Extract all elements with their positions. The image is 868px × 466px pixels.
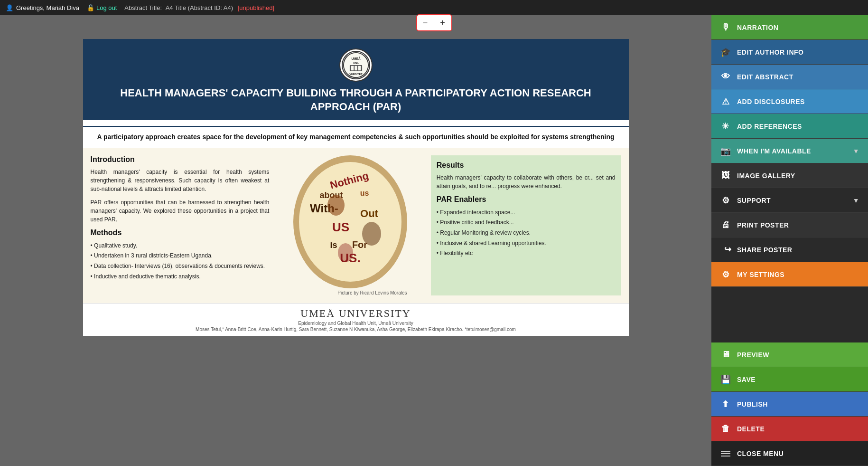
sidebar-item-label: WHEN I'M AVAILABLE [737, 147, 811, 155]
sidebar-item-label: CLOSE MENU [737, 450, 784, 457]
chevron-down-icon: ▼ [853, 147, 859, 155]
university-name: UMEÅ UNIVERSITY [87, 307, 625, 320]
zoom-in-button[interactable]: + [434, 15, 451, 30]
methods-title: Methods [91, 228, 270, 237]
poster-footer: UMEÅ UNIVERSITY Epidemiology and Global … [83, 303, 629, 336]
methods-list: Qualitative study. Undertaken in 3 rural… [91, 241, 270, 282]
zoom-out-button[interactable]: − [417, 15, 434, 30]
support-icon: ⚙ [720, 195, 731, 206]
svg-text:UMEÅ: UMEÅ [351, 57, 360, 60]
sidebar-item-delete[interactable]: 🗑 DELETE [711, 417, 868, 441]
intro-p2: PAR offers opportunities that can be har… [91, 198, 270, 224]
narration-icon: 🎙 [720, 22, 731, 33]
poster-col-right: Results Health managers' capacity to col… [431, 155, 621, 295]
sidebar-item-narration[interactable]: 🎙 NARRATION [711, 15, 868, 40]
sidebar-item-my-settings[interactable]: ⚙ MY SETTINGS [711, 262, 868, 287]
my-settings-icon: ⚙ [720, 269, 731, 280]
print-poster-icon: 🖨 [720, 219, 731, 231]
list-item: Data collection- Interviews (16), observ… [91, 261, 270, 272]
hamburger-icon [720, 448, 731, 459]
sidebar-item-label: PRINT POSTER [737, 221, 789, 229]
user-greeting: Greetings, Mariah Diva [16, 4, 79, 11]
add-references-icon: ✳ [720, 121, 731, 132]
sidebar-item-close-menu[interactable]: CLOSE MENU [711, 441, 868, 466]
poster: UMEÅ UNI- VERSITET HEALTH MANAGERS' CAPA… [83, 39, 629, 336]
results-text: Health managers' capacity to collaborate… [437, 173, 616, 190]
poster-logo: UMEÅ UNI- VERSITET [339, 48, 373, 82]
sidebar-item-publish[interactable]: ⬆ PUBLISH [711, 392, 868, 417]
intro-p1: Health managers' capacity is essential f… [91, 168, 270, 193]
sidebar-item-save[interactable]: 💾 SAVE [711, 367, 868, 392]
sidebar-item-label: SUPPORT [737, 197, 771, 204]
sidebar-item-preview[interactable]: 🖥 PREVIEW [711, 342, 868, 367]
svg-text:UNI-: UNI- [353, 62, 359, 65]
sidebar-item-label: PREVIEW [737, 351, 769, 359]
sidebar-item-edit-author-info[interactable]: 🎓 EDIT AUTHOR INFO [711, 40, 868, 65]
publish-icon: ⬆ [720, 399, 731, 410]
when-available-icon: 📷 [720, 145, 731, 157]
poster-image-caption: Picture by Ricard Levins Morales [293, 290, 407, 295]
edit-author-icon: 🎓 [720, 47, 731, 58]
par-title: PAR Enablers [437, 195, 616, 204]
list-item: Regular Monitoring & review cycles. [437, 228, 616, 238]
poster-subtitle: A participatory approach creates space f… [83, 126, 629, 148]
sidebar-item-label: PUBLISH [737, 400, 768, 408]
poster-col-center: Nothing about us With- Out US is For US. [277, 155, 423, 295]
sidebar-item-label: NARRATION [737, 24, 778, 31]
svg-text:is: is [330, 240, 337, 250]
sidebar-item-edit-abstract[interactable]: 👁 EDIT ABSTRACT [711, 65, 868, 89]
list-item: Undertaken in 3 rural districts-Eastern … [91, 251, 270, 261]
sidebar-item-label: IMAGE GALLERY [737, 172, 795, 180]
footer-dept: Epidemiology and Global Health Unit, Ume… [87, 321, 625, 326]
sidebar-item-label: EDIT AUTHOR INFO [737, 48, 803, 56]
logo-text: UMEÅ UNI- VERSITET [342, 51, 370, 79]
poster-title: HEALTH MANAGERS' CAPACITY BUILDING THROU… [93, 86, 619, 114]
share-poster-icon: ↩ [720, 244, 731, 256]
sidebar-spacer [711, 287, 868, 342]
sidebar-item-label: ADD REFERENCES [737, 123, 802, 130]
poster-body: Introduction Health managers' capacity i… [83, 148, 629, 303]
poster-image: Nothing about us With- Out US is For US. [293, 155, 407, 288]
svg-text:US: US [332, 220, 349, 234]
add-disclosures-icon: ⚠ [720, 96, 731, 107]
unpublished-badge: [unpublished] [238, 4, 274, 11]
preview-icon: 🖥 [720, 349, 731, 361]
svg-point-18 [327, 195, 345, 216]
svg-point-19 [362, 222, 381, 246]
sidebar-item-image-gallery[interactable]: 🖼 IMAGE GALLERY [711, 163, 868, 188]
svg-rect-4 [351, 66, 354, 70]
svg-rect-5 [355, 66, 357, 70]
sidebar-item-add-disclosures[interactable]: ⚠ ADD DISCLOSURES [711, 89, 868, 114]
sidebar-item-label: SHARE POSTER [737, 246, 792, 254]
svg-point-20 [338, 243, 353, 262]
sidebar-item-when-available[interactable]: 📷 WHEN I'M AVAILABLE ▼ [711, 139, 868, 163]
chevron-down-icon: ▼ [853, 197, 859, 204]
main-layout: UMEÅ UNI- VERSITET HEALTH MANAGERS' CAPA… [0, 15, 868, 466]
intro-title: Introduction [91, 155, 270, 164]
sidebar-item-share-poster[interactable]: ↩ SHARE POSTER [711, 238, 868, 262]
sidebar: 🎙 NARRATION 🎓 EDIT AUTHOR INFO 👁 EDIT AB… [711, 15, 868, 466]
save-icon: 💾 [720, 374, 731, 385]
sidebar-item-support[interactable]: ⚙ SUPPORT ▼ [711, 188, 868, 213]
list-item: Expanded interaction space... [437, 208, 616, 218]
svg-text:Out: Out [360, 208, 379, 219]
logout-icon: 🔓 [87, 4, 94, 11]
user-info: 👤 Greetings, Mariah Diva [6, 4, 79, 11]
results-title: Results [437, 161, 616, 170]
list-item: Qualitative study. [91, 241, 270, 251]
logout-button[interactable]: 🔓 Log out [87, 4, 117, 11]
svg-rect-6 [358, 66, 361, 70]
sidebar-item-add-references[interactable]: ✳ ADD REFERENCES [711, 114, 868, 139]
footer-authors: Moses Tetui,* Anna-Britt Coe, Anna-Karin… [87, 327, 625, 332]
zoom-controls[interactable]: − + [416, 14, 452, 31]
content-area: UMEÅ UNI- VERSITET HEALTH MANAGERS' CAPA… [0, 15, 711, 466]
list-item: Inclusive & shared Learning opportunitie… [437, 238, 616, 249]
svg-text:VERSITET: VERSITET [349, 73, 363, 76]
user-icon: 👤 [6, 4, 13, 11]
sidebar-item-print-poster[interactable]: 🖨 PRINT POSTER [711, 213, 868, 238]
sidebar-item-label: EDIT ABSTRACT [737, 73, 793, 81]
sidebar-item-label: ADD DISCLOSURES [737, 98, 805, 105]
sidebar-item-label: MY SETTINGS [737, 271, 784, 278]
delete-icon: 🗑 [720, 423, 731, 435]
poster-col-left: Introduction Health managers' capacity i… [91, 155, 270, 295]
